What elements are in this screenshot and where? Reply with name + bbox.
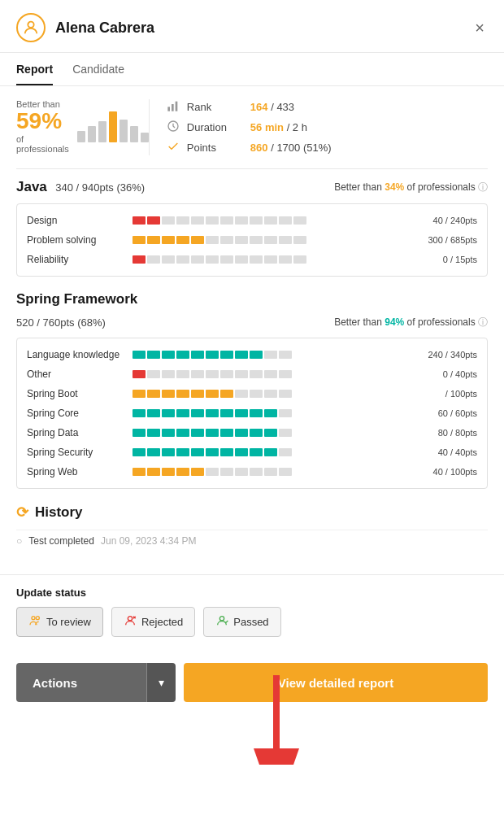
of-professionals-label: of professionals <box>16 134 69 154</box>
skill-name-spring-data: Spring Data <box>27 427 124 438</box>
skill-pts-spring-data: 80 / 80pts <box>420 428 477 438</box>
points-value: 860 / 1700 (51%) <box>250 142 332 154</box>
bar-6 <box>130 126 138 142</box>
skill-pts-spring-web: 40 / 100pts <box>420 467 477 477</box>
skill-row-other: Other 0 / 40pts <box>27 364 477 384</box>
action-bar: Actions ▾ View detailed report <box>0 655 504 715</box>
history-icon: ⟳ <box>16 504 28 521</box>
java-meta: Java 340 / 940pts (36%) Better than 34% … <box>16 179 488 195</box>
skill-pts-lang: 240 / 340pts <box>420 350 477 360</box>
skill-bars-spring-security <box>133 448 412 456</box>
stats-right: Rank 164 / 433 Duration 56 min <box>149 99 488 155</box>
skill-bars-spring-web <box>133 468 412 476</box>
skill-row-problem-solving: Problem solving 300 / 685pts <box>27 230 477 250</box>
tabs: Report Candidate <box>0 53 504 86</box>
actions-button[interactable]: Actions <box>16 663 146 702</box>
spring-subtitle: 520 / 760pts (68%) <box>16 316 106 329</box>
skill-bars-reliability <box>133 255 412 264</box>
history-item: ○ Test completed Jun 09, 2023 4:34 PM <box>16 530 488 552</box>
to-review-label: To review <box>46 616 91 628</box>
skill-pts-reliability: 0 / 15pts <box>420 255 477 264</box>
skill-bars-lang <box>133 351 412 359</box>
bar-3 <box>98 121 106 142</box>
skill-row-design: Design 40 / 240pts <box>27 211 477 230</box>
skill-bars-other <box>133 370 412 378</box>
to-review-icon <box>28 614 41 630</box>
tab-candidate[interactable]: Candidate <box>72 53 124 85</box>
spring-better-than: Better than 94% of professionals ⓘ <box>334 316 488 329</box>
history-title-row: ⟳ History <box>16 504 488 521</box>
points-row: Points 860 / 1700 (51%) <box>166 140 488 155</box>
header: Alena Cabrera × <box>0 0 504 53</box>
java-better-than: Better than 34% of professionals ⓘ <box>334 181 488 194</box>
duration-value: 56 min / 2 h <box>250 121 307 133</box>
mini-bar-chart <box>77 110 149 142</box>
rejected-label: Rejected <box>141 616 183 628</box>
skill-pts-problem-solving: 300 / 685pts <box>420 235 477 245</box>
skill-bars-problem-solving <box>133 236 412 244</box>
skill-row-language-knowledge: Language knowledge 240 / 340pts <box>27 345 477 364</box>
rank-row: Rank 164 / 433 <box>166 99 488 115</box>
skill-pts-design: 40 / 240pts <box>420 216 477 225</box>
skill-bars-spring-boot <box>133 390 412 398</box>
points-label: Points <box>187 142 244 154</box>
status-buttons: To review Rejected <box>16 607 488 637</box>
java-subtitle: 340 / 940pts (36%) <box>55 181 145 194</box>
candidate-name: Alena Cabrera <box>55 20 154 37</box>
skill-name-design: Design <box>27 215 124 226</box>
duration-row: Duration 56 min / 2 h <box>166 120 488 135</box>
java-title-block: Java 340 / 940pts (36%) <box>16 179 145 195</box>
svg-point-7 <box>128 617 132 621</box>
skill-name-spring-core: Spring Core <box>27 408 124 419</box>
skill-name-spring-web: Spring Web <box>27 466 124 478</box>
tab-report[interactable]: Report <box>16 53 53 85</box>
skill-name-lang: Language knowledge <box>27 349 124 360</box>
rank-icon <box>166 99 180 115</box>
skill-row-spring-data: Spring Data 80 / 80pts <box>27 423 477 443</box>
close-button[interactable]: × <box>471 15 488 41</box>
skill-row-reliability: Reliability 0 / 15pts <box>27 250 477 269</box>
view-report-button[interactable]: View detailed report <box>184 663 488 702</box>
points-icon <box>166 140 180 155</box>
skill-row-spring-security: Spring Security 40 / 40pts <box>27 443 477 462</box>
java-section-header: Java 340 / 940pts (36%) Better than 34% … <box>16 179 488 195</box>
java-skill-table: Design 40 / 240pts <box>16 203 488 277</box>
update-status-label: Update status <box>16 587 488 599</box>
stats-row: Better than 59% of professionals <box>16 99 488 155</box>
status-btn-rejected[interactable]: Rejected <box>111 607 195 637</box>
bar-2 <box>88 126 96 142</box>
spring-title: Spring Framework <box>16 291 137 307</box>
better-than-block: Better than 59% of professionals <box>16 99 69 154</box>
rank-label: Rank <box>187 101 244 113</box>
skill-row-spring-web: Spring Web 40 / 100pts <box>27 462 477 482</box>
svg-point-10 <box>220 617 224 621</box>
history-title: History <box>35 504 83 521</box>
panel: Alena Cabrera × Report Candidate Better … <box>0 0 504 715</box>
svg-rect-1 <box>167 107 170 111</box>
skill-name-spring-security: Spring Security <box>27 447 124 458</box>
avatar-icon <box>16 13 46 42</box>
bar-4-highlight <box>109 111 117 142</box>
skill-pts-spring-core: 60 / 60pts <box>420 408 477 418</box>
main-content: Better than 59% of professionals <box>0 86 504 574</box>
status-btn-to-review[interactable]: To review <box>16 607 103 637</box>
passed-icon <box>215 614 228 630</box>
history-item-label: Test completed <box>28 535 94 547</box>
skill-name-reliability: Reliability <box>27 254 124 265</box>
history-section: ⟳ History ○ Test completed Jun 09, 2023 … <box>16 504 488 552</box>
actions-dropdown-button[interactable]: ▾ <box>146 663 176 702</box>
skill-row-spring-core: Spring Core 60 / 60pts <box>27 403 477 423</box>
skill-bars-spring-data <box>133 429 412 437</box>
skill-name-spring-boot: Spring Boot <box>27 388 124 399</box>
duration-label: Duration <box>187 121 244 133</box>
skill-pts-spring-security: 40 / 40pts <box>420 447 477 457</box>
svg-point-6 <box>36 617 39 620</box>
status-btn-passed[interactable]: Passed <box>203 607 280 637</box>
skill-pts-spring-boot: / 100pts <box>420 389 477 399</box>
skill-bars-spring-core <box>133 409 412 417</box>
skill-bars-design <box>133 216 412 225</box>
spring-skill-table: Language knowledge 240 / 340pts <box>16 338 488 489</box>
history-item-date: Jun 09, 2023 4:34 PM <box>101 535 196 547</box>
skill-name-other: Other <box>27 369 124 380</box>
spring-title-block: Spring Framework <box>16 291 137 307</box>
